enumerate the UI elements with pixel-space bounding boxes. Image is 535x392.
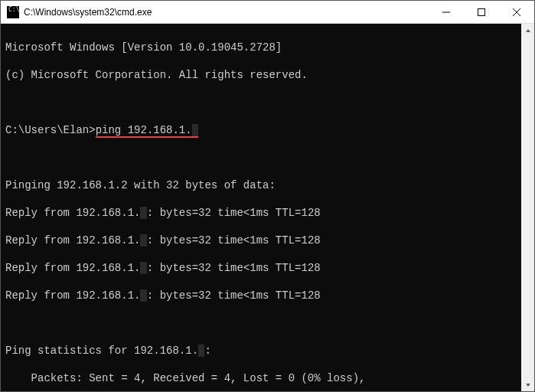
blank-line	[5, 316, 530, 330]
console-output: Microsoft Windows [Version 10.0.19045.27…	[1, 24, 534, 391]
redacted-octet: 2	[140, 234, 146, 247]
banner-line: (c) Microsoft Corporation. All rights re…	[5, 68, 530, 82]
banner-line: Microsoft Windows [Version 10.0.19045.27…	[5, 41, 530, 54]
prompt-text: C:\Users\Elan>	[5, 124, 96, 136]
console-area[interactable]: Microsoft Windows [Version 10.0.19045.27…	[1, 24, 534, 391]
scroll-down-button[interactable]	[521, 378, 534, 391]
redacted-octet: 2	[140, 207, 146, 219]
ping-reply: Reply from 192.168.1.2: bytes=32 time<1m…	[5, 261, 530, 275]
ping-reply: Reply from 192.168.1.2: bytes=32 time<1m…	[5, 289, 530, 302]
ping-reply: Reply from 192.168.1.2: bytes=32 time<1m…	[5, 234, 530, 247]
prompt-line: C:\Users\Elan>ping 192.168.1.2	[5, 123, 530, 137]
svg-rect-1	[478, 8, 485, 15]
blank-line	[5, 96, 530, 109]
ping-header: Pinging 192.168.1.2 with 32 bytes of dat…	[5, 178, 530, 192]
titlebar[interactable]: C:\Windows\system32\cmd.exe	[1, 1, 534, 24]
scroll-up-button[interactable]	[521, 24, 534, 37]
redacted-octet: 2	[140, 289, 146, 302]
stats-packets: Packets: Sent = 4, Received = 4, Lost = …	[5, 371, 530, 385]
vertical-scrollbar[interactable]	[521, 24, 534, 391]
close-button[interactable]	[499, 1, 534, 23]
blank-line	[5, 151, 530, 165]
stats-header: Ping statistics for 192.168.1.2:	[5, 344, 530, 358]
cmd-icon	[7, 6, 19, 18]
redacted-octet: 2	[192, 124, 198, 136]
ping-reply: Reply from 192.168.1.2: bytes=32 time<1m…	[5, 206, 530, 220]
ping-command-highlight: ping 192.168.1.2	[96, 123, 198, 137]
maximize-button[interactable]	[464, 1, 499, 23]
redacted-octet: 2	[140, 262, 146, 274]
scrollbar-track[interactable]	[521, 37, 534, 378]
window-controls	[429, 1, 534, 23]
minimize-button[interactable]	[429, 1, 464, 23]
window-title: C:\Windows\system32\cmd.exe	[24, 7, 429, 18]
